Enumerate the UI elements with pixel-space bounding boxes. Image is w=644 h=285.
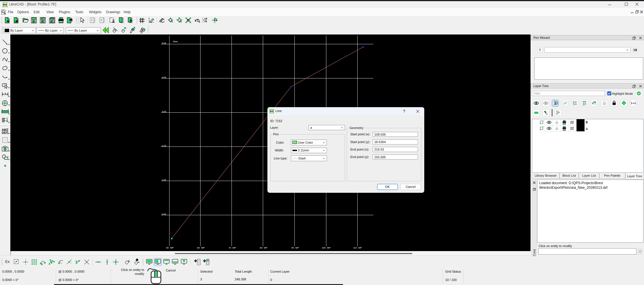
svg-text:80: 80 xyxy=(260,247,263,249)
svg-text:New: New xyxy=(173,40,178,43)
svg-text:2.00: 2.00 xyxy=(162,145,166,147)
svg-text:3.00: 3.00 xyxy=(162,110,166,113)
svg-text:50: 50 xyxy=(166,247,169,249)
svg-text:110: 110 xyxy=(353,247,357,249)
svg-text:90: 90 xyxy=(292,247,294,249)
svg-text:A: A xyxy=(4,92,7,96)
svg-text:MP: MP xyxy=(264,247,267,249)
svg-text:MP: MP xyxy=(233,247,236,249)
svg-text:MP: MP xyxy=(170,247,174,249)
svg-text:60: 60 xyxy=(197,247,200,249)
svg-text:MP: MP xyxy=(296,247,299,249)
svg-text:5.00: 5.00 xyxy=(162,42,166,45)
svg-text:DEF: DEF xyxy=(2,131,7,134)
svg-text:MP: MP xyxy=(201,247,205,249)
svg-text:70: 70 xyxy=(229,247,231,249)
svg-text:MP: MP xyxy=(327,247,331,249)
svg-text:4.00: 4.00 xyxy=(162,76,166,79)
svg-text:100: 100 xyxy=(322,247,326,249)
svg-text:MP: MP xyxy=(358,247,362,249)
svg-text:1.00: 1.00 xyxy=(162,179,166,181)
svg-text:0.00: 0.00 xyxy=(162,213,166,215)
